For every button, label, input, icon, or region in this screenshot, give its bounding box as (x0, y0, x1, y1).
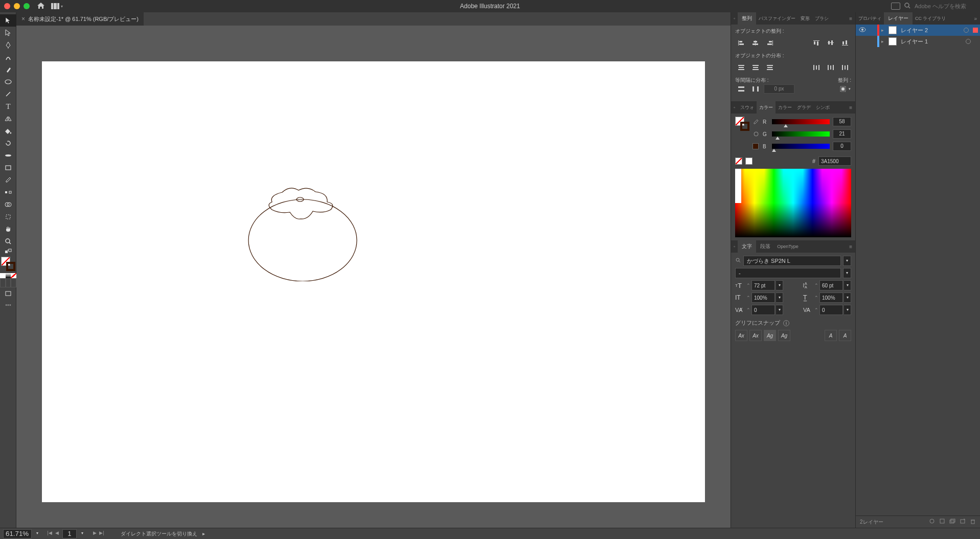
vdist-top-button[interactable] (735, 62, 747, 73)
tab-transform[interactable]: 変形 (798, 12, 812, 25)
align-vcenter-button[interactable] (825, 38, 837, 48)
reflect-tool[interactable] (0, 113, 16, 125)
white-swatch[interactable] (745, 158, 753, 165)
panel-menu-icon[interactable]: ≡ (846, 105, 855, 110)
vspace-button[interactable] (735, 84, 747, 94)
close-tab-icon[interactable]: × (21, 15, 25, 23)
clipping-mask-icon[interactable] (939, 518, 945, 526)
direct-selection-tool[interactable] (0, 27, 16, 39)
width-tool[interactable] (0, 149, 16, 162)
canvas[interactable] (16, 26, 731, 528)
expand-layer-icon[interactable]: ▸ (881, 28, 886, 33)
tab-symbols[interactable]: シンボ (813, 101, 832, 114)
tab-opentype[interactable]: OpenType (774, 240, 801, 253)
solid-color-mode[interactable] (0, 273, 6, 278)
vdist-bottom-button[interactable] (764, 62, 776, 73)
document-tab[interactable]: × 名称未設定-1* @ 61.71% (RGB/プレビュー) (16, 12, 144, 26)
vdist-center-button[interactable] (749, 62, 762, 73)
line-tool[interactable] (0, 88, 16, 100)
next-artboard-button[interactable]: ▶ (91, 530, 98, 537)
snap-angular-button[interactable]: A (825, 330, 837, 341)
layer-name[interactable]: レイヤー 2 (899, 27, 962, 34)
delete-layer-icon[interactable] (970, 518, 976, 526)
web-safe-icon[interactable] (753, 131, 760, 137)
panel-menu-icon[interactable]: ≡ (846, 244, 855, 250)
leading-input[interactable] (819, 280, 843, 290)
none-swatch[interactable] (735, 158, 742, 165)
align-hcenter-button[interactable] (749, 38, 762, 48)
zoom-dropdown[interactable]: ▾ (34, 529, 41, 538)
tab-layers[interactable]: レイヤー (884, 12, 913, 25)
eyedropper-tool[interactable] (0, 174, 16, 186)
tracking-dropdown[interactable]: ▾ (844, 305, 851, 315)
layout-switcher[interactable]: ▾ (51, 3, 63, 9)
g-slider[interactable] (772, 131, 830, 137)
gradient-mode[interactable] (6, 273, 11, 278)
hdist-left-button[interactable] (810, 62, 823, 73)
artboard-number-input[interactable] (62, 529, 77, 538)
tab-cc-libraries[interactable]: CC ライブラリ (913, 12, 949, 25)
snap-em-button[interactable]: Ag (778, 330, 790, 341)
font-family-input[interactable] (743, 256, 841, 266)
new-layer-icon[interactable] (960, 518, 966, 526)
snap-baseline-button[interactable]: Ax (735, 330, 747, 341)
spacing-input[interactable] (764, 84, 794, 94)
tab-colorguide[interactable]: カラー (776, 101, 794, 114)
draw-inside[interactable] (11, 278, 16, 287)
layer-row[interactable]: ▸ レイヤー 2 (856, 25, 980, 36)
vscale-input[interactable] (751, 293, 775, 303)
panel-menu-icon[interactable]: ≡ (846, 16, 855, 21)
hdist-center-button[interactable] (825, 62, 837, 73)
locate-object-icon[interactable] (929, 518, 935, 526)
hex-input[interactable] (818, 156, 851, 166)
close-window-button[interactable] (4, 3, 10, 9)
zoom-input[interactable] (3, 529, 32, 538)
alignto-selector[interactable]: ▾ (839, 84, 851, 94)
rectangle-tool[interactable] (0, 162, 16, 174)
align-left-button[interactable] (735, 38, 747, 48)
artboard-tool[interactable] (0, 211, 16, 223)
hand-tool[interactable] (0, 223, 16, 235)
align-right-button[interactable] (764, 38, 776, 48)
new-sublayer-icon[interactable] (949, 518, 955, 526)
target-icon[interactable] (964, 28, 969, 33)
tab-pathfinder[interactable]: パスファインダー (756, 12, 798, 25)
panel-collapse-icon[interactable]: » (971, 16, 980, 21)
visibility-toggle[interactable] (858, 27, 867, 33)
tab-paragraph[interactable]: 段落 (756, 240, 774, 253)
blend-tool[interactable] (0, 186, 16, 198)
maximize-window-button[interactable] (24, 3, 30, 9)
draw-normal[interactable] (0, 278, 6, 287)
target-icon[interactable] (966, 39, 971, 44)
help-search-input[interactable] (915, 3, 976, 9)
stroke-swatch[interactable] (6, 262, 15, 271)
snap-xheight-button[interactable]: Ax (749, 330, 762, 341)
kerning-input[interactable] (751, 305, 775, 315)
tab-character[interactable]: 文字 (738, 240, 756, 253)
color-spectrum[interactable] (735, 169, 851, 237)
type-tool[interactable]: T (0, 100, 16, 113)
font-style-dropdown[interactable]: ▾ (843, 268, 851, 278)
font-style-input[interactable] (735, 268, 841, 278)
curvature-tool[interactable] (0, 51, 16, 63)
minimize-window-button[interactable] (14, 3, 20, 9)
rotate-tool[interactable] (0, 137, 16, 149)
b-input[interactable] (833, 142, 851, 151)
tab-properties[interactable]: プロパティ (856, 12, 884, 25)
panel-handle-icon[interactable]: ◦ (731, 101, 738, 114)
font-family-dropdown[interactable]: ▾ (843, 256, 851, 266)
home-icon[interactable] (37, 2, 45, 10)
fill-tool[interactable] (0, 125, 16, 137)
tab-gradient[interactable]: グラデ (794, 101, 813, 114)
swap-fill-stroke[interactable] (0, 248, 16, 255)
panel-handle-icon[interactable]: ◦ (731, 12, 738, 25)
align-bottom-button[interactable] (839, 38, 851, 48)
statusbar-menu-icon[interactable]: ▸ (202, 531, 205, 536)
shape-builder-tool[interactable] (0, 198, 16, 211)
fill-stroke-preview[interactable] (735, 117, 749, 131)
leading-dropdown[interactable]: ▾ (844, 280, 851, 290)
tab-brushes[interactable]: ブラシ (812, 12, 831, 25)
screen-mode-button[interactable] (0, 287, 16, 300)
r-input[interactable] (833, 117, 851, 126)
ellipse-tool[interactable] (0, 76, 16, 88)
